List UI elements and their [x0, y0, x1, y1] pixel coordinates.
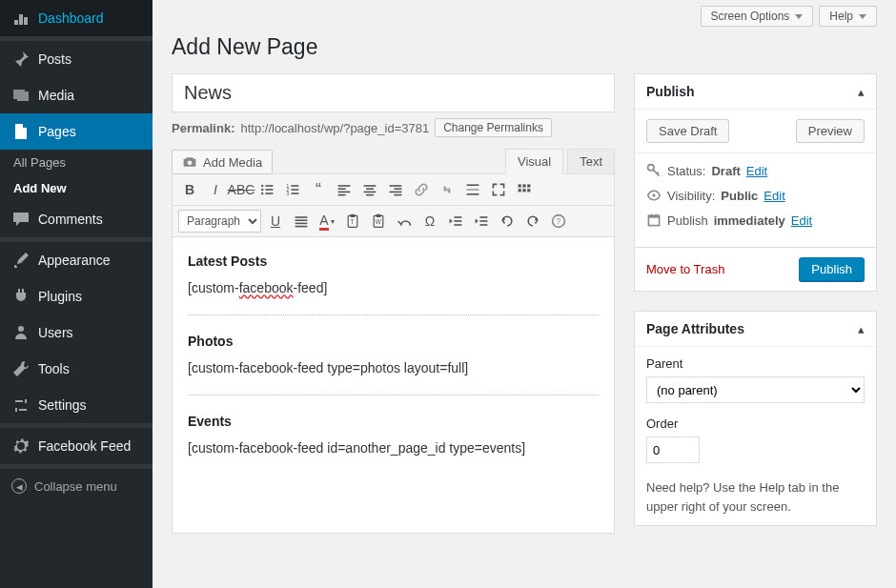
format-select[interactable]: Paragraph [178, 210, 261, 233]
undo-button[interactable] [496, 210, 519, 233]
add-media-button[interactable]: Add Media [172, 150, 273, 174]
sidebar-item-comments[interactable]: Comments [0, 201, 153, 237]
svg-rect-10 [291, 189, 298, 191]
sidebar-item-plugins[interactable]: Plugins [0, 278, 153, 314]
svg-rect-13 [338, 185, 351, 187]
sidebar-label: Plugins [38, 289, 82, 304]
page-attributes-metabox: Page Attributes ▴ Parent (no parent) Ord… [634, 311, 877, 526]
svg-rect-39 [351, 214, 356, 217]
insert-more-button[interactable] [461, 178, 484, 201]
sidebar-item-posts[interactable]: Posts [0, 41, 153, 77]
sidebar-item-appearance[interactable]: Appearance [0, 242, 153, 278]
sidebar-item-settings[interactable]: Settings [0, 387, 153, 423]
align-left-button[interactable] [333, 178, 356, 201]
collapse-label: Collapse menu [34, 479, 117, 494]
svg-point-52 [648, 165, 654, 171]
key-icon [646, 163, 662, 178]
caret-up-icon: ▴ [858, 322, 865, 336]
editor-content[interactable]: Latest Posts [custom-facebook-feed] Phot… [173, 237, 614, 533]
sidebar-item-facebook-feed[interactable]: Facebook Feed [0, 428, 153, 464]
content-heading-3: Events [188, 411, 599, 432]
tab-visual[interactable]: Visual [505, 149, 563, 174]
sidebar-item-dashboard[interactable]: Dashboard [0, 0, 153, 36]
parent-label: Parent [646, 356, 865, 371]
svg-rect-18 [366, 188, 374, 190]
strike-button[interactable]: ABC [230, 178, 253, 201]
change-permalinks-button[interactable]: Change Permalinks [435, 118, 552, 137]
toolbar-toggle-button[interactable] [513, 178, 536, 201]
svg-rect-56 [651, 214, 653, 217]
content-p3: [custom-facebook-feed id=another_page_id… [188, 437, 599, 458]
publish-button[interactable]: Publish [799, 257, 865, 281]
collapse-icon: ◂ [11, 478, 27, 494]
align-right-button[interactable] [384, 178, 407, 201]
sidebar-item-tools[interactable]: Tools [0, 351, 153, 387]
redo-button[interactable] [521, 210, 544, 233]
caret-down-icon [859, 14, 866, 19]
svg-point-1 [261, 185, 263, 187]
svg-rect-49 [479, 224, 487, 226]
link-button[interactable] [410, 178, 433, 201]
publish-toggle[interactable]: Publish ▴ [635, 74, 876, 110]
calendar-icon [646, 213, 662, 228]
sidebar-sub-add-new[interactable]: Add New [0, 175, 153, 201]
edit-visibility-link[interactable]: Edit [764, 189, 784, 203]
sidebar-sub-all-pages[interactable]: All Pages [0, 150, 153, 175]
italic-button[interactable]: I [204, 178, 227, 201]
svg-rect-16 [338, 194, 346, 196]
unlink-button[interactable] [436, 178, 458, 201]
move-to-trash-link[interactable]: Move to Trash [646, 262, 724, 276]
indent-button[interactable] [470, 210, 493, 233]
eye-icon [646, 188, 662, 203]
underline-button[interactable]: U [264, 210, 287, 233]
help-button[interactable]: Help [819, 6, 877, 27]
align-center-button[interactable] [358, 178, 381, 201]
tab-text[interactable]: Text [567, 149, 615, 174]
number-list-button[interactable]: 123 [281, 178, 304, 201]
clear-formatting-button[interactable] [393, 210, 416, 233]
permalink-label: Permalink: [172, 121, 234, 135]
permalink-row: Permalink: http://localhost/wp/?page_id=… [172, 118, 615, 137]
text-color-button[interactable]: A▾ [316, 210, 338, 233]
attributes-help-text: Need help? Use the Help tab in the upper… [646, 478, 865, 516]
sidebar-item-media[interactable]: Media [0, 77, 153, 113]
svg-rect-23 [390, 192, 402, 193]
special-char-button[interactable]: Ω [418, 210, 441, 233]
preview-button[interactable]: Preview [796, 119, 865, 143]
bold-button[interactable]: B [178, 178, 201, 201]
svg-text:W: W [376, 218, 382, 225]
parent-select[interactable]: (no parent) [646, 376, 865, 403]
sidebar-label: Appearance [38, 253, 111, 268]
media-icon [11, 86, 31, 105]
editor-toolbar-2: Paragraph U A▾ T W Ω ? [173, 206, 614, 237]
edit-schedule-link[interactable]: Edit [791, 213, 812, 228]
blockquote-button[interactable]: “ [307, 178, 330, 201]
svg-rect-55 [648, 215, 659, 217]
sidebar-item-users[interactable]: Users [0, 314, 153, 351]
comments-icon [11, 210, 31, 229]
status-value: Draft [711, 164, 740, 178]
bullet-list-button[interactable] [255, 178, 278, 201]
help-icon-button[interactable]: ? [547, 210, 570, 233]
sidebar-label: Tools [38, 361, 70, 376]
justify-button[interactable] [290, 210, 313, 233]
svg-point-0 [18, 326, 24, 332]
screen-options-label: Screen Options [711, 10, 790, 23]
outdent-button[interactable] [444, 210, 467, 233]
sidebar-label: Posts [38, 51, 71, 67]
fullscreen-button[interactable] [487, 178, 510, 201]
edit-status-link[interactable]: Edit [746, 164, 767, 178]
page-title-input[interactable] [172, 73, 615, 112]
gear-icon [11, 436, 31, 456]
svg-rect-48 [479, 220, 487, 222]
order-input[interactable] [646, 436, 700, 463]
attributes-toggle[interactable]: Page Attributes ▴ [635, 312, 876, 347]
sidebar-item-pages[interactable]: Pages [0, 113, 153, 150]
svg-rect-12 [291, 193, 298, 194]
screen-options-button[interactable]: Screen Options [701, 6, 814, 27]
collapse-menu[interactable]: ◂ Collapse menu [0, 469, 153, 503]
save-draft-button[interactable]: Save Draft [646, 119, 729, 143]
svg-rect-32 [522, 189, 525, 192]
paste-text-button[interactable]: T [341, 210, 364, 233]
paste-word-button[interactable]: W [367, 210, 390, 233]
